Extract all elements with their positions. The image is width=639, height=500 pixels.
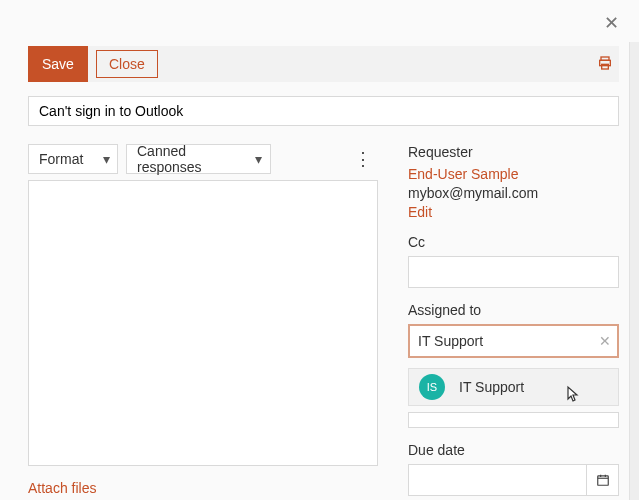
- print-icon[interactable]: [597, 55, 613, 74]
- close-button[interactable]: Close: [96, 50, 158, 78]
- svg-rect-3: [597, 476, 608, 485]
- clear-assigned-icon[interactable]: ✕: [599, 333, 611, 349]
- due-date-input[interactable]: [408, 464, 587, 496]
- canned-select-label: Canned responses: [137, 143, 235, 175]
- cc-input[interactable]: [408, 256, 619, 288]
- due-date-label: Due date: [408, 442, 619, 458]
- subject-input[interactable]: [28, 96, 619, 126]
- calendar-icon[interactable]: [587, 464, 619, 496]
- format-select[interactable]: Format ▾: [28, 144, 118, 174]
- save-button[interactable]: Save: [28, 46, 88, 82]
- requester-email: mybox@mymail.com: [408, 185, 619, 201]
- editor-toolbar: Format ▾ Canned responses ▾ ⋮: [28, 144, 378, 174]
- message-body-textarea[interactable]: [28, 180, 378, 466]
- more-icon[interactable]: ⋮: [348, 150, 378, 168]
- below-input[interactable]: [408, 412, 619, 428]
- attach-files-link[interactable]: Attach files: [28, 480, 378, 496]
- cursor-icon: [564, 385, 582, 408]
- assigned-suggestions-dropdown: IS IT Support: [408, 368, 619, 406]
- action-toolbar: Save Close: [28, 46, 619, 82]
- edit-requester-link[interactable]: Edit: [408, 204, 619, 220]
- assigned-to-input[interactable]: IT Support ✕: [408, 324, 619, 358]
- format-select-label: Format: [39, 151, 83, 167]
- assigned-to-label: Assigned to: [408, 302, 619, 318]
- assigned-suggestion-item[interactable]: IS IT Support: [408, 368, 619, 406]
- suggestion-label: IT Support: [459, 379, 524, 395]
- requester-label: Requester: [408, 144, 619, 160]
- avatar: IS: [419, 374, 445, 400]
- chevron-down-icon: ▾: [103, 151, 110, 167]
- canned-responses-select[interactable]: Canned responses ▾: [126, 144, 271, 174]
- cc-label: Cc: [408, 234, 619, 250]
- window-close-icon[interactable]: ✕: [604, 14, 619, 32]
- requester-name-link[interactable]: End-User Sample: [408, 166, 619, 182]
- scrollbar-track[interactable]: [629, 42, 639, 500]
- chevron-down-icon: ▾: [255, 151, 262, 167]
- assigned-to-value: IT Support: [418, 333, 483, 349]
